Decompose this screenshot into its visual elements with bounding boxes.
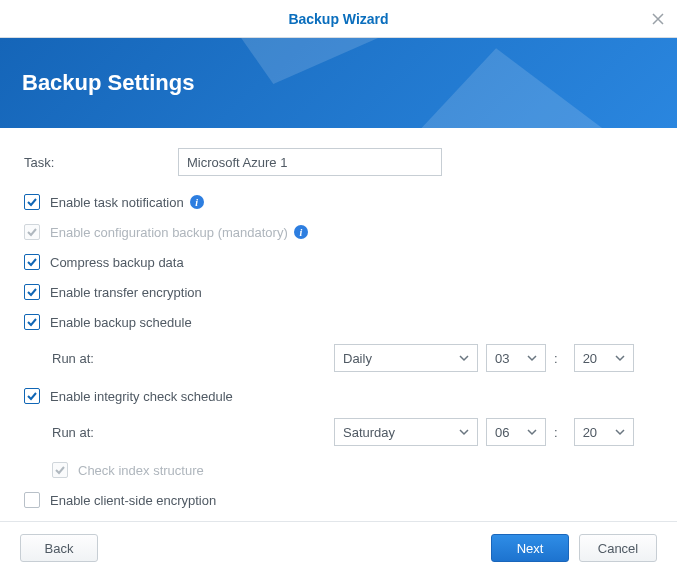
cancel-button[interactable]: Cancel: [579, 534, 657, 562]
label-backup-schedule: Enable backup schedule: [50, 315, 192, 330]
row-compress: Compress backup data: [24, 254, 653, 270]
label-check-index: Check index structure: [78, 463, 204, 478]
row-config-backup: Enable configuration backup (mandatory) …: [24, 224, 653, 240]
row-transfer-encryption: Enable transfer encryption: [24, 284, 653, 300]
backup-frequency-value: Daily: [343, 351, 372, 366]
label-transfer-encryption: Enable transfer encryption: [50, 285, 202, 300]
backup-hour-value: 03: [495, 351, 509, 366]
window-title: Backup Wizard: [288, 11, 388, 27]
integrity-minute-value: 20: [583, 425, 597, 440]
task-input[interactable]: [178, 148, 442, 176]
back-button[interactable]: Back: [20, 534, 98, 562]
checkbox-backup-schedule[interactable]: [24, 314, 40, 330]
close-icon: [651, 12, 665, 26]
chevron-down-icon: [527, 427, 537, 437]
time-separator: :: [554, 425, 558, 440]
form-content: Task: Enable task notification i Enable …: [0, 128, 677, 508]
row-check-index: Check index structure: [24, 462, 653, 478]
checkbox-client-encryption[interactable]: [24, 492, 40, 508]
label-integrity-schedule: Enable integrity check schedule: [50, 389, 233, 404]
checkbox-config-backup: [24, 224, 40, 240]
integrity-schedule-runat: Run at: Saturday 06 : 20: [24, 418, 653, 446]
checkbox-integrity-schedule[interactable]: [24, 388, 40, 404]
label-compress: Compress backup data: [50, 255, 184, 270]
page-title: Backup Settings: [22, 70, 194, 96]
banner: Backup Settings: [0, 38, 677, 128]
time-separator: :: [554, 351, 558, 366]
row-enable-notification: Enable task notification i: [24, 194, 653, 210]
integrity-frequency-select[interactable]: Saturday: [334, 418, 478, 446]
chevron-down-icon: [527, 353, 537, 363]
integrity-hour-select[interactable]: 06: [486, 418, 546, 446]
backup-frequency-select[interactable]: Daily: [334, 344, 478, 372]
info-icon[interactable]: i: [190, 195, 204, 209]
label-client-encryption: Enable client-side encryption: [50, 493, 216, 508]
row-client-encryption: Enable client-side encryption: [24, 492, 653, 508]
row-integrity-schedule: Enable integrity check schedule: [24, 388, 653, 404]
backup-minute-select[interactable]: 20: [574, 344, 634, 372]
backup-schedule-runat: Run at: Daily 03 : 20: [24, 344, 653, 372]
chevron-down-icon: [615, 427, 625, 437]
info-icon[interactable]: i: [294, 225, 308, 239]
integrity-frequency-value: Saturday: [343, 425, 395, 440]
integrity-runat-label: Run at:: [52, 425, 334, 440]
checkbox-compress[interactable]: [24, 254, 40, 270]
chevron-down-icon: [615, 353, 625, 363]
chevron-down-icon: [459, 427, 469, 437]
integrity-hour-value: 06: [495, 425, 509, 440]
footer: Back Next Cancel: [0, 521, 677, 574]
backup-minute-value: 20: [583, 351, 597, 366]
checkbox-check-index: [52, 462, 68, 478]
checkbox-transfer-encryption[interactable]: [24, 284, 40, 300]
label-config-backup: Enable configuration backup (mandatory): [50, 225, 288, 240]
checkbox-enable-notification[interactable]: [24, 194, 40, 210]
backup-runat-label: Run at:: [52, 351, 334, 366]
close-button[interactable]: [639, 0, 677, 38]
next-button[interactable]: Next: [491, 534, 569, 562]
title-bar: Backup Wizard: [0, 0, 677, 38]
chevron-down-icon: [459, 353, 469, 363]
integrity-minute-select[interactable]: 20: [574, 418, 634, 446]
task-label: Task:: [24, 155, 178, 170]
row-backup-schedule: Enable backup schedule: [24, 314, 653, 330]
task-row: Task:: [24, 148, 653, 176]
label-enable-notification: Enable task notification: [50, 195, 184, 210]
backup-hour-select[interactable]: 03: [486, 344, 546, 372]
